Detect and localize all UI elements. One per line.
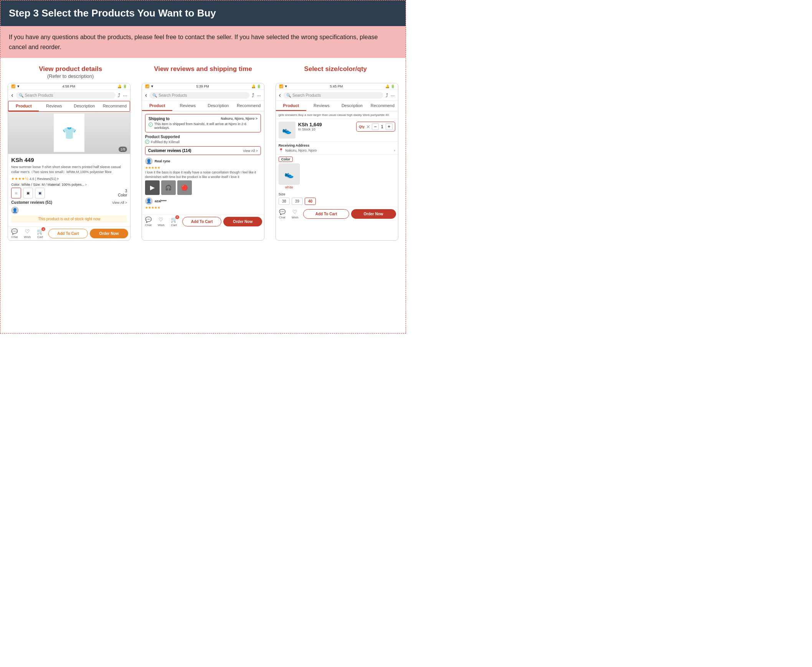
phone2-cust-reviews-label: Customer reviews (114) (148, 149, 191, 153)
phone1-add-to-cart-btn[interactable]: Add To Cart (48, 229, 88, 238)
phone3-qty-minus[interactable]: − (372, 123, 379, 130)
phone1-tab-recommend[interactable]: Recommend (99, 101, 130, 111)
phone1-nav: ‹ 🔍 Search Products ⤴ ··· (8, 90, 130, 101)
phone3-qty-plus[interactable]: + (386, 123, 393, 130)
phone2-shipping-info: This item is shipped from Nairobi, It wi… (154, 122, 257, 130)
phone2-fulfilled: Fulfilled By Kilimall (151, 140, 180, 144)
phone3-qty-close[interactable]: ✕ (366, 124, 370, 130)
phone1-out-of-stock: This product is out of stock right now (11, 215, 127, 222)
phone1-more-icon[interactable]: ··· (123, 93, 127, 98)
phone2-add-to-cart-btn[interactable]: Add To Cart (182, 217, 222, 226)
phone2: 📶 ▼ 5:39 PM 🔔 🔋 ‹ 🔍 Search Products ⤴ ··… (142, 83, 264, 241)
phone2-reviewer2-name: azal**** (155, 199, 167, 203)
phone2-review1: 👤 Real ryne ★★★★★ I love it the bass is … (145, 158, 261, 195)
phone3-share-icon[interactable]: ⤴ (386, 93, 388, 98)
phone3-wish-icon-item[interactable]: ♡ Wish (288, 207, 302, 221)
phone1-wish-icon-item[interactable]: ♡ Wish (21, 227, 34, 240)
phone1-wifi: ▼ (17, 85, 20, 88)
phone2-tab-recommend[interactable]: Recommend (233, 101, 264, 111)
tshirt-icon: 👕 (62, 126, 76, 140)
phone2-view-all[interactable]: View All > (243, 149, 258, 153)
col-head-3: Select size/color/qty (269, 65, 402, 80)
col1-sub: (Refer to description) (4, 73, 137, 80)
phone3-time: 5:45 PM (330, 85, 343, 88)
phone3-more-icon[interactable]: ··· (391, 93, 395, 98)
phone2-share-icon[interactable]: ⤴ (252, 93, 254, 98)
phone1-view-all[interactable]: View All > (112, 201, 127, 204)
phone1-reviewer: 👤 (11, 206, 127, 214)
phone2-check-circle: ✓ (145, 140, 149, 144)
phone2-battery: 🔋 (257, 85, 261, 88)
phone3-tab-description[interactable]: Description (337, 101, 368, 111)
phone1-chevron[interactable]: › (57, 176, 59, 181)
phone3-size-39[interactable]: 39 (292, 197, 303, 205)
phone3-product-row: 👟 KSh 1,649 In Stock 10 Qty ✕ − 1 + (276, 119, 398, 142)
col-head-1: View product details (Refer to descripti… (4, 65, 137, 80)
phone2-reviewer2-stars: ★★★★★ (145, 206, 261, 209)
phone1-product-image: 👕 1/8 (8, 112, 130, 154)
phone1-cart-icon-item[interactable]: 🛒4 Cart (34, 227, 46, 240)
phone3-order-now-btn[interactable]: Order Now (351, 209, 396, 219)
phone1-order-now-btn[interactable]: Order Now (90, 229, 129, 238)
phone2-order-now-btn[interactable]: Order Now (223, 217, 262, 226)
phone3-price: KSh 1,649 (298, 122, 353, 128)
phone1-swatch-white[interactable]: ▣ (11, 187, 21, 198)
phone2-wish-label: Wish (158, 223, 165, 227)
phone3-wish-label: Wish (292, 216, 298, 219)
phone2-tabs: Product Reviews Description Recommend (142, 101, 264, 111)
phone1-swatch-navy[interactable]: ▣ (35, 187, 45, 198)
phone1-color-count: 3 Color (118, 189, 127, 197)
phone2-back-icon[interactable]: ‹ (145, 92, 147, 99)
phone3-chat-label: Chat (279, 216, 285, 219)
phone3-add-to-cart-btn[interactable]: Add To Cart (303, 209, 349, 219)
phone2-review-img-play[interactable]: ▶ (145, 180, 160, 195)
phone3-color-img-item[interactable]: 👟 white (278, 164, 300, 189)
phone3-size-label: Size (278, 192, 395, 196)
phone2-search-bar[interactable]: 🔍 Search Products (149, 92, 249, 99)
phone2-time: 5:39 PM (196, 85, 209, 88)
phone1-description: New summer loose T-shirt short sleeve me… (11, 165, 127, 174)
phone2-tab-reviews[interactable]: Reviews (172, 101, 203, 111)
phone2-chat-icon-item[interactable]: 💬 Chat (142, 215, 155, 228)
phone3-addr-chevron[interactable]: › (394, 149, 395, 153)
col1-heading: View product details (4, 65, 137, 73)
phone2-reviewer1-name: Real ryne (155, 159, 171, 163)
phone2-shipping-dest[interactable]: Nakuru, Njoro, Njoro > (220, 117, 257, 121)
phone3-tab-recommend[interactable]: Recommend (367, 101, 398, 111)
phone3-size-38[interactable]: 38 (278, 197, 290, 205)
phone2-wish-icon-item[interactable]: ♡ Wish (155, 215, 168, 228)
phone3: 📶 ▼ 5:45 PM 🔔 🔋 ‹ 🔍 Search Products ⤴ ··… (275, 83, 398, 241)
phone2-reviewer1-text: I love it the bass is dope it really hav… (145, 170, 261, 179)
phone1-chat-icon-item[interactable]: 💬 Chat (8, 227, 21, 240)
phone3-tab-product[interactable]: Product (276, 101, 307, 111)
phone1-search-bar[interactable]: 🔍 Search Products (16, 92, 116, 99)
phone3-chat-icon: 💬 (279, 209, 285, 215)
columns-header: View product details (Refer to descripti… (0, 58, 406, 83)
phone1-tab-product[interactable]: Product (8, 101, 39, 111)
phone1-share-icon[interactable]: ⤴ (118, 93, 121, 98)
phone1-swatch-black[interactable]: ▣ (23, 187, 33, 198)
phone3-back-icon[interactable]: ‹ (279, 92, 281, 99)
phone2-avatar1: 👤 (145, 158, 153, 165)
phone3-size-40[interactable]: 40 (305, 197, 316, 205)
notice-text: If you have any questions about the prod… (9, 34, 378, 50)
phone2-cart-badge: 4 (176, 215, 179, 219)
phone3-product-thumb: 👟 (278, 122, 295, 139)
phone2-tab-description[interactable]: Description (203, 101, 234, 111)
phone1-status-bar: 📶 ▼ 4:58 PM 🔔 🔋 (8, 83, 130, 90)
phone2-cart-icon-item[interactable]: 🛒4 Cart (168, 215, 181, 228)
col2-heading: View reviews and shipping time (137, 65, 269, 73)
phone3-search-bar[interactable]: 🔍 Search Products (283, 92, 383, 99)
phone1-back-icon[interactable]: ‹ (11, 92, 13, 99)
phone2-more-icon[interactable]: ··· (257, 93, 261, 98)
phone3-addr-value: Nakuru, Njoro, Njoro (285, 149, 317, 153)
phone1-tab-description[interactable]: Description (69, 101, 99, 111)
phone2-shipping-label: Shipping to (149, 117, 170, 121)
phone3-chat-icon-item[interactable]: 💬 Chat (276, 207, 288, 221)
phone2-notif: 🔔 (251, 85, 255, 88)
phone1-tab-reviews[interactable]: Reviews (39, 101, 69, 111)
phone1-signal: 📶 (11, 85, 15, 88)
phone3-tab-reviews[interactable]: Reviews (306, 101, 337, 111)
phone2-tab-product[interactable]: Product (142, 101, 173, 111)
phone1-time: 4:58 PM (63, 85, 76, 88)
